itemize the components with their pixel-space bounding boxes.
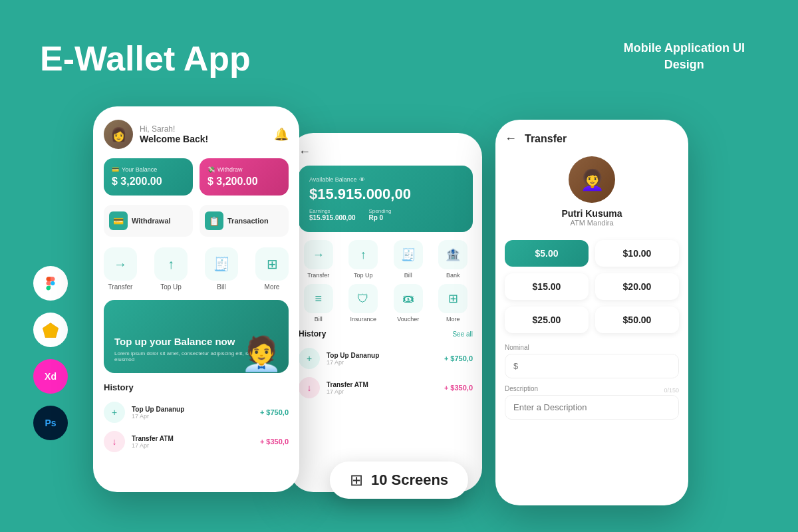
amount-20[interactable]: $20.00 xyxy=(595,273,679,300)
history-info-1: Top Up Dananup 17 Apr xyxy=(132,406,253,420)
xd-icon: Xd xyxy=(33,359,68,394)
p2-history-item-2: ↓ Transfer ATM 17 Apr + $350,0 xyxy=(299,373,473,402)
bill-label: Bill xyxy=(217,283,225,291)
transaction-icon: 📋 xyxy=(205,211,223,230)
withdrawal-button[interactable]: 💳 Withdrawal xyxy=(104,205,193,237)
svg-marker-0 xyxy=(43,323,58,338)
history-title: History xyxy=(104,382,289,392)
promo-figure: 🧑‍💼 xyxy=(241,334,282,373)
screens-badge-container: ⊞ 10 Screens xyxy=(330,462,468,499)
amount-25[interactable]: $25.00 xyxy=(505,307,589,333)
p2-bank-label: Bank xyxy=(446,272,460,279)
p2-history-name-1: Top Up Dananup xyxy=(327,352,438,359)
recipient-info: 👩‍🦱 Putri Kusuma ATM Mandira xyxy=(505,156,679,227)
p2-bill2[interactable]: ≡ Bill xyxy=(299,284,338,323)
history-item-2: ↓ Transfer ATM 17 Apr + $350,0 xyxy=(104,427,289,456)
recipient-avatar: 👩‍🦱 xyxy=(569,156,615,203)
char-count: 0/150 xyxy=(664,387,679,394)
user-avatar: 👩 xyxy=(104,120,133,149)
p2-history-icon-2: ↓ xyxy=(299,377,320,398)
p2-history-name-2: Transfer ATM xyxy=(327,381,438,388)
topup-action[interactable]: ↑ Top Up xyxy=(154,247,188,291)
p2-more-label: More xyxy=(446,316,460,323)
withdraw-label: 💸 Withdraw xyxy=(207,166,281,173)
p2-topup-icon: ↑ xyxy=(348,240,378,269)
greeting-welcome: Welcome Back! xyxy=(140,134,274,144)
p2-insurance-label: Insurance xyxy=(350,316,376,323)
promo-banner: Top up your Balance now Lorem ipsum dolo… xyxy=(104,300,289,373)
p2-transfer-label: Transfer xyxy=(307,272,329,279)
description-input[interactable] xyxy=(505,395,679,420)
p2-bank[interactable]: 🏦 Bank xyxy=(434,240,473,279)
hero-subtitle: Mobile Application UI Design xyxy=(624,40,745,73)
p2-voucher[interactable]: 🎟 Voucher xyxy=(388,284,428,323)
amount-10[interactable]: $10.00 xyxy=(595,240,679,267)
recipient-bank: ATM Mandira xyxy=(570,219,613,227)
more-action[interactable]: ⊞ More xyxy=(255,247,289,291)
p2-amount: $15.915.000,00 xyxy=(309,186,462,203)
greeting-hi: Hi, Sarah! xyxy=(140,124,274,134)
transfer-icon: → xyxy=(104,247,137,281)
desc-label: Description xyxy=(505,385,538,392)
p2-history-amount-2: + $350,0 xyxy=(444,384,473,392)
p2-bill[interactable]: 🧾 Bill xyxy=(388,240,428,279)
history-name-1: Top Up Dananup xyxy=(132,406,253,413)
p2-quick-actions: → Transfer ↑ Top Up 🧾 Bill 🏦 Bank ≡ Bill… xyxy=(299,240,473,323)
ps-icon: Ps xyxy=(33,406,68,440)
nominal-label: Nominal xyxy=(505,344,679,351)
nominal-section: Nominal xyxy=(505,344,679,378)
p2-history-date-1: 17 Apr xyxy=(327,359,438,366)
p2-bank-icon: 🏦 xyxy=(438,240,467,269)
p2-history-amount-1: + $750,0 xyxy=(444,354,473,362)
bill-action[interactable]: 🧾 Bill xyxy=(205,247,238,291)
p2-more-icon: ⊞ xyxy=(438,284,467,313)
more-icon: ⊞ xyxy=(255,247,289,281)
hero-title: E-Wallet App xyxy=(40,40,251,78)
balance-cards: 💳 Your Balance $ 3,200.00 💸 Withdraw $ 3… xyxy=(104,158,289,196)
transaction-button[interactable]: 📋 Transaction xyxy=(200,205,289,237)
p2-topup-label: Top Up xyxy=(354,272,373,279)
p2-more[interactable]: ⊞ More xyxy=(434,284,473,323)
your-balance-card: 💳 Your Balance $ 3,200.00 xyxy=(104,158,193,196)
p3-header: ← Transfer xyxy=(505,132,679,146)
history-date-1: 17 Apr xyxy=(132,413,253,420)
p2-history-header: History See all xyxy=(299,329,473,338)
phones-container: 👩 Hi, Sarah! Welcome Back! 🔔 💳 Your Bala… xyxy=(93,106,688,505)
notification-bell-icon[interactable]: 🔔 xyxy=(274,127,289,142)
p2-transfer[interactable]: → Transfer xyxy=(299,240,338,279)
sketch-icon xyxy=(33,313,68,347)
tool-icons: Xd Ps xyxy=(33,266,68,440)
bill-icon: 🧾 xyxy=(205,247,238,281)
history-info-2: Transfer ATM 17 Apr xyxy=(132,435,253,449)
transfer-action[interactable]: → Transfer xyxy=(104,247,137,291)
description-section: Description 0/150 xyxy=(505,385,679,420)
p2-history-icon-1: + xyxy=(299,348,320,369)
quick-actions: → Transfer ↑ Top Up 🧾 Bill ⊞ More xyxy=(104,247,289,291)
p2-topup[interactable]: ↑ Top Up xyxy=(344,240,384,279)
history-name-2: Transfer ATM xyxy=(132,435,253,442)
recipient-name: Putri Kusuma xyxy=(561,208,622,219)
balance-amount: $ 3,200.00 xyxy=(112,176,185,188)
amount-5[interactable]: $5.00 xyxy=(505,240,589,267)
p2-bill-label: Bill xyxy=(404,272,412,279)
action-buttons: 💳 Withdrawal 📋 Transaction xyxy=(104,205,289,237)
back-button-p2[interactable]: ← xyxy=(299,145,473,159)
amount-50[interactable]: $50.00 xyxy=(595,307,679,333)
withdrawal-icon: 💳 xyxy=(109,211,128,230)
nominal-input[interactable] xyxy=(505,354,679,378)
more-label: More xyxy=(265,283,280,291)
back-button-p3[interactable]: ← xyxy=(505,132,517,146)
p2-history-info-2: Transfer ATM 17 Apr xyxy=(327,381,438,395)
history-icon-transfer: ↓ xyxy=(104,431,125,452)
amount-15[interactable]: $15.00 xyxy=(505,273,589,300)
topup-icon: ↑ xyxy=(154,247,188,281)
history-item-1: + Top Up Dananup 17 Apr + $750,0 xyxy=(104,398,289,427)
p2-bill2-label: Bill xyxy=(315,316,323,323)
history-amount-1: + $750,0 xyxy=(260,408,289,416)
phone-home: 👩 Hi, Sarah! Welcome Back! 🔔 💳 Your Bala… xyxy=(93,106,299,492)
p2-voucher-icon: 🎟 xyxy=(394,284,423,313)
p2-insurance[interactable]: 🛡 Insurance xyxy=(344,284,384,323)
badge-text: 10 Screens xyxy=(371,471,448,489)
p2-voucher-label: Voucher xyxy=(397,316,419,323)
see-all-button[interactable]: See all xyxy=(452,331,473,338)
